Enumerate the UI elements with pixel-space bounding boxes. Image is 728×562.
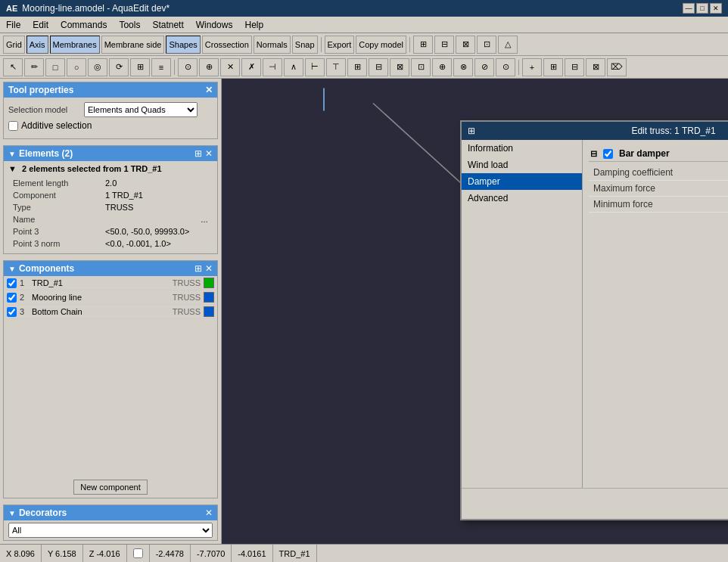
comp-row-1[interactable]: 2 Moooring line TRUSS — [4, 290, 217, 305]
menu-tools[interactable]: Tools — [113, 18, 146, 32]
separator-2 — [409, 37, 410, 52]
new-component-button[interactable]: New component — [73, 480, 148, 495]
draw-tool-8[interactable]: ⊙ — [178, 58, 198, 76]
tab-crossection[interactable]: Crossection — [202, 36, 252, 54]
expand-bar-damper-icon[interactable]: ⊟ — [590, 149, 597, 159]
draw-tool-14[interactable]: ⊢ — [305, 58, 325, 76]
elements-table: Element length 2.0 Component 1 TRD_#1 Ty… — [8, 176, 213, 250]
draw-tool-26[interactable]: ⊟ — [565, 58, 584, 76]
draw-tool-11[interactable]: ✗ — [241, 58, 261, 76]
select-tool[interactable]: ↖ — [3, 58, 23, 76]
menu-commands[interactable]: Commands — [54, 18, 113, 32]
tab-membrane-side[interactable]: Membrane side — [101, 36, 165, 54]
draw-tool-3[interactable]: ○ — [67, 58, 86, 76]
icon-btn-5[interactable]: △ — [498, 36, 518, 54]
expand-decorators-icon[interactable]: ▼ — [8, 509, 16, 517]
draw-tool-16[interactable]: ⊞ — [347, 58, 367, 76]
draw-tool-27[interactable]: ⊠ — [586, 58, 605, 76]
draw-tool-5[interactable]: ⟳ — [109, 58, 129, 76]
decorators-select[interactable]: All — [8, 523, 213, 538]
menu-file[interactable]: File — [0, 18, 26, 32]
prop-value-2[interactable]: -2000.0 N — [725, 197, 728, 213]
expand-components-icon[interactable]: ▼ — [8, 265, 16, 273]
comp-checkbox-2[interactable] — [7, 307, 17, 317]
nav-damper[interactable]: Damper — [462, 173, 582, 190]
draw-tool-24[interactable]: + — [522, 58, 542, 76]
elem-value-1: 1 TRD_#1 — [102, 190, 211, 200]
components-close[interactable]: ✕ — [205, 263, 213, 274]
draw-tool-4[interactable]: ◎ — [88, 58, 107, 76]
draw-tool-9[interactable]: ⊕ — [199, 58, 219, 76]
tab-axis[interactable]: Axis — [26, 36, 48, 54]
tab-normals[interactable]: Normals — [254, 36, 291, 54]
draw-tool-2[interactable]: □ — [45, 58, 65, 76]
elem-label-0: Element length — [10, 178, 101, 188]
comp-checkbox-0[interactable] — [7, 278, 17, 288]
draw-tool-6[interactable]: ⊞ — [130, 58, 150, 76]
draw-tool-15[interactable]: ⊤ — [326, 58, 346, 76]
elem-edit-icon[interactable]: … — [201, 216, 208, 224]
icon-btn-3[interactable]: ⊠ — [456, 36, 475, 54]
status-val2-value: -7.7070 — [197, 549, 225, 558]
comp-type-2: TRUSS — [173, 307, 201, 316]
menu-help[interactable]: Help — [238, 18, 269, 32]
status-check[interactable] — [133, 548, 143, 558]
draw-tool-7[interactable]: ≡ — [151, 58, 171, 76]
draw-tool-28[interactable]: ⌦ — [607, 58, 627, 76]
additive-selection-checkbox[interactable] — [8, 121, 18, 131]
nav-advanced[interactable]: Advanced — [462, 190, 582, 206]
elem-row-3: Name … — [10, 214, 211, 225]
expand-elements-icon[interactable]: ▼ — [8, 150, 16, 158]
tab-shapes[interactable]: Shapes — [166, 36, 200, 54]
app-title: AE Mooring-line.amodel - AquaEdit dev* — [6, 3, 170, 14]
app-icon: AE — [6, 4, 17, 13]
canvas-area[interactable]: ⊞ Edit truss: 1 TRD_#1 ✕ Information Win… — [222, 79, 728, 544]
minimize-button[interactable]: — — [683, 3, 695, 14]
draw-tool-25[interactable]: ⊞ — [543, 58, 563, 76]
elements-close[interactable]: ✕ — [205, 148, 213, 159]
title-bar: AE Mooring-line.amodel - AquaEdit dev* —… — [0, 0, 728, 17]
nav-wind-load[interactable]: Wind load — [462, 157, 582, 173]
copy-model-button[interactable]: Copy model — [356, 36, 406, 54]
tab-grid[interactable]: Grid — [3, 36, 25, 54]
draw-tool-10[interactable]: ✕ — [220, 58, 240, 76]
menu-statnett[interactable]: Statnett — [146, 18, 189, 32]
draw-tool-20[interactable]: ⊕ — [432, 58, 452, 76]
menu-windows[interactable]: Windows — [190, 18, 239, 32]
draw-tool-19[interactable]: ⊡ — [411, 58, 431, 76]
comp-row-0[interactable]: 1 TRD_#1 TRUSS — [4, 276, 217, 290]
draw-tool-21[interactable]: ⊗ — [453, 58, 473, 76]
menu-edit[interactable]: Edit — [26, 18, 54, 32]
draw-tool-1[interactable]: ✏ — [24, 58, 44, 76]
prop-value-0[interactable]: 1000.0 Ns/m — [725, 165, 728, 181]
prop-label-2: Minimum force — [589, 197, 725, 213]
draw-tool-18[interactable]: ⊠ — [390, 58, 409, 76]
nav-information[interactable]: Information — [462, 140, 582, 157]
elements-expand[interactable]: ⊞ — [194, 148, 202, 159]
draw-tool-22[interactable]: ⊘ — [474, 58, 494, 76]
tool-properties-content: Selection model Elements and Quads Addit… — [4, 98, 217, 138]
draw-tool-13[interactable]: ∧ — [284, 58, 303, 76]
decorators-close[interactable]: ✕ — [205, 508, 213, 518]
tool-properties-close[interactable]: ✕ — [205, 85, 213, 95]
tab-membranes[interactable]: Membranes — [50, 36, 100, 54]
prop-value-1[interactable]: 2000.0 N — [725, 181, 728, 197]
bar-damper-checkbox[interactable] — [603, 149, 613, 159]
draw-tool-17[interactable]: ⊟ — [369, 58, 388, 76]
comp-row-2[interactable]: 3 Bottom Chain TRUSS — [4, 305, 217, 319]
selection-model-select[interactable]: Elements and Quads — [84, 102, 198, 117]
icon-btn-4[interactable]: ⊡ — [477, 36, 496, 54]
icon-btn-2[interactable]: ⊟ — [434, 36, 454, 54]
maximize-button[interactable]: □ — [696, 3, 708, 14]
elem-row-4: Point 3 <50.0, -50.0, 99993.0> — [10, 226, 211, 237]
draw-tool-12[interactable]: ⊣ — [263, 58, 282, 76]
comp-checkbox-1[interactable] — [7, 293, 17, 303]
icon-btn-1[interactable]: ⊞ — [413, 36, 433, 54]
tab-snap[interactable]: Snap — [292, 36, 318, 54]
components-expand[interactable]: ⊞ — [194, 263, 202, 274]
export-button[interactable]: Export — [325, 36, 355, 54]
close-button[interactable]: ✕ — [710, 3, 722, 14]
draw-tool-23[interactable]: ⊙ — [496, 58, 515, 76]
tool-properties-panel: Tool properties ✕ Selection model Elemen… — [3, 82, 218, 139]
modal-footer: OK Cancel — [462, 488, 728, 519]
